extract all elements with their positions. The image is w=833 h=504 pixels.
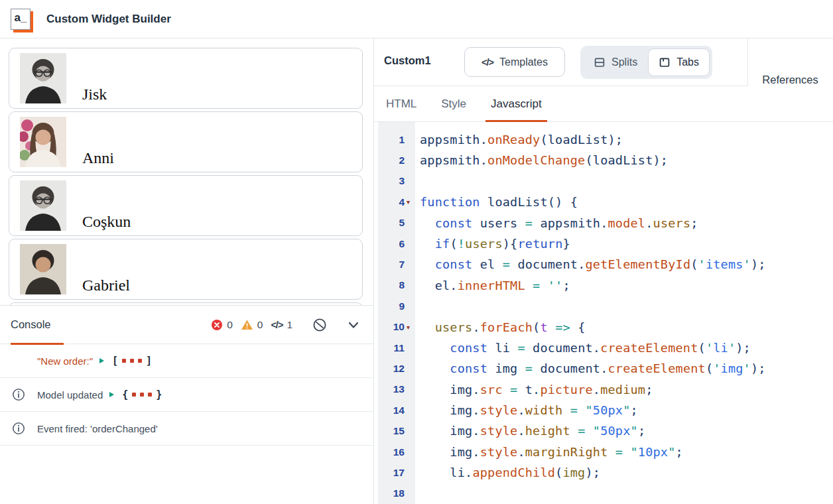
line-number: 15 [393, 425, 405, 437]
page-title: Custom Widget Builder [46, 13, 171, 26]
layout-toggle-tabs[interactable]: Tabs [648, 48, 710, 76]
line-number: 14 [393, 405, 405, 416]
editor-tabs: HTML Style Javascript [374, 86, 747, 122]
console-stats: 0 0 </> 1 [203, 318, 360, 332]
error-count: 0 [211, 319, 233, 331]
user-name: Gabriel [82, 277, 130, 294]
console-log-list: "New order:"[]Model updated{}Event fired… [0, 344, 373, 446]
user-card[interactable]: Gabriel [9, 239, 363, 300]
fold-arrow-icon[interactable]: ▾ [405, 198, 415, 206]
code-line[interactable]: const users = appsmith.model.users; [420, 213, 833, 233]
code-line[interactable]: li.appendChild(img); [420, 462, 833, 483]
line-number-row: 12 [378, 358, 415, 379]
editor-gutter: 1234▾5678910▾1112131415161718 [378, 122, 415, 504]
user-card[interactable]: Anni [9, 111, 363, 172]
splits-icon [594, 56, 606, 68]
editor-code-area[interactable]: appsmith.onReady(loadList);appsmith.onMo… [415, 122, 833, 504]
code-line[interactable]: if(!users){return} [420, 233, 833, 254]
templates-button[interactable]: </> Templates [464, 47, 565, 77]
tabs-icon [659, 56, 671, 68]
line-number: 11 [394, 342, 405, 354]
widget-preview-panel: JiskAnniCoşkunGabriel Console 0 [0, 38, 374, 504]
code-line[interactable]: const img = document.createElement('img'… [420, 358, 833, 379]
line-number: 2 [399, 155, 405, 166]
log-object-preview[interactable]: {} [122, 389, 162, 401]
line-number: 13 [393, 383, 405, 395]
error-count-value: 0 [227, 319, 233, 331]
editor-panel: Custom1 </> Templates Splits [374, 38, 833, 504]
line-number-row: 1 [378, 129, 415, 150]
appsmith-logo: a_ [11, 9, 31, 30]
tab-references[interactable]: References [747, 38, 833, 122]
line-number-row: 13 [378, 379, 415, 400]
line-number: 17 [393, 467, 405, 479]
line-number: 16 [393, 446, 405, 458]
code-line[interactable]: img.style.width = "50px"; [420, 400, 833, 420]
code-line[interactable]: img.style.height = "50px"; [420, 420, 833, 441]
collapse-console-button[interactable] [347, 318, 360, 332]
line-number-row: 16 [378, 442, 415, 462]
error-icon [211, 319, 223, 331]
code-line[interactable] [420, 483, 833, 504]
line-number: 9 [399, 300, 405, 312]
line-number-row: 11 [378, 338, 415, 358]
expand-arrow-icon[interactable] [99, 358, 104, 363]
user-name: Jisk [82, 86, 107, 103]
code-line[interactable]: img.style.marginRight = "10px"; [420, 442, 833, 462]
app-header: a_ Custom Widget Builder [0, 0, 833, 38]
line-number-row: 7 [378, 254, 415, 275]
code-line[interactable]: users.forEach(t => { [420, 317, 833, 338]
console-panel: Console 0 [0, 305, 373, 504]
console-header: Console 0 [0, 306, 373, 344]
info-icon [12, 388, 31, 401]
line-number-row: 3 [378, 171, 415, 192]
code-line[interactable]: function loadList() { [420, 192, 833, 212]
line-number-row: 10▾ [378, 317, 415, 338]
line-number-row: 9 [378, 296, 415, 316]
code-icon: </> [271, 320, 283, 330]
user-card[interactable]: Jisk [9, 48, 363, 109]
expand-arrow-icon[interactable] [109, 392, 114, 397]
fold-arrow-icon[interactable]: ▾ [405, 324, 415, 331]
line-number: 12 [393, 363, 405, 375]
code-line[interactable]: appsmith.onModelChange(loadList); [420, 150, 833, 170]
code-line[interactable]: const el = document.getElementById('item… [420, 254, 833, 275]
line-number-row: 8 [378, 275, 415, 296]
line-number: 3 [399, 175, 405, 187]
code-line[interactable]: appsmith.onReady(loadList); [420, 129, 833, 150]
javascript-code-editor[interactable]: 1234▾5678910▾1112131415161718 appsmith.o… [374, 122, 833, 504]
code-line[interactable]: const li = document.createElement('li'); [420, 338, 833, 358]
line-number: 8 [399, 279, 405, 291]
line-number: 1 [399, 134, 405, 146]
code-line[interactable] [420, 171, 833, 192]
log-object-preview[interactable]: [] [112, 355, 152, 367]
logo-text: a_ [15, 9, 27, 27]
line-number-row: 15 [378, 420, 415, 441]
clear-console-button[interactable] [312, 318, 327, 332]
splits-label: Splits [611, 56, 637, 68]
line-number: 7 [399, 259, 405, 271]
user-card[interactable]: Coşkun [9, 175, 363, 236]
editor-header: Custom1 </> Templates Splits [374, 38, 747, 86]
log-message: "New order:" [37, 355, 93, 367]
code-line[interactable]: el.innerHTML = ''; [420, 275, 833, 296]
code-line[interactable] [420, 296, 833, 316]
line-number: 18 [393, 487, 405, 499]
tab-console[interactable]: Console [11, 318, 51, 331]
line-number-row: 6 [378, 233, 415, 254]
warning-count-value: 0 [257, 319, 263, 331]
layout-toggle-splits[interactable]: Splits [583, 48, 648, 76]
ban-icon [312, 318, 327, 332]
line-number-row: 17 [378, 462, 415, 483]
tab-style[interactable]: Style [439, 86, 468, 121]
console-log-row: Model updated{} [0, 378, 373, 412]
templates-button-label: Templates [499, 56, 548, 68]
line-number-row: 5 [378, 213, 415, 233]
tab-html[interactable]: HTML [384, 86, 418, 121]
tab-javascript[interactable]: Javascript [489, 86, 544, 121]
user-name: Anni [82, 149, 114, 167]
log-count-value: 1 [287, 319, 292, 331]
code-line[interactable]: img.src = t.picture.medium; [420, 379, 833, 400]
user-avatar [20, 117, 66, 167]
line-number-row: 4▾ [378, 192, 415, 212]
